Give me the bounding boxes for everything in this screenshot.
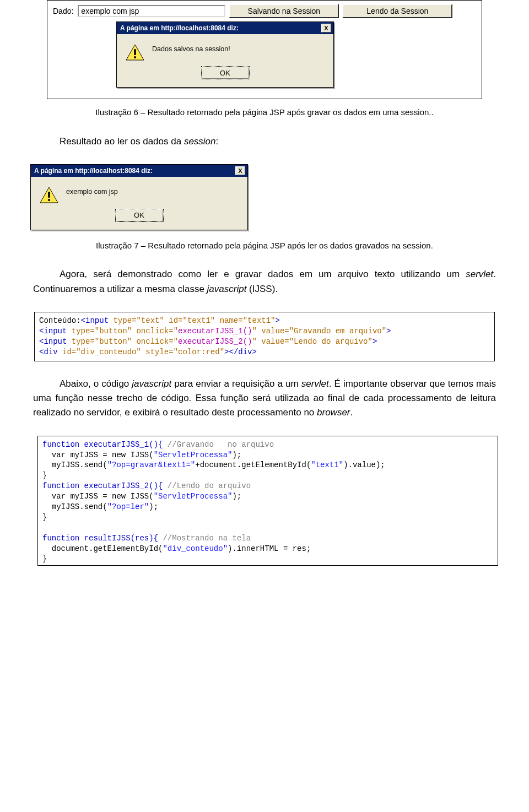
read-session-button[interactable]: Lendo da Session <box>342 4 452 18</box>
dialog-title-text: A página em http://localhost:8084 diz: <box>34 167 153 175</box>
alert-dialog-1: A página em http://localhost:8084 diz: X… <box>116 21 334 88</box>
dialog-message: Dados salvos na session! <box>152 44 230 61</box>
svg-rect-4 <box>48 192 50 198</box>
dialog-titlebar: A página em http://localhost:8084 diz: X <box>31 165 247 177</box>
ok-button[interactable]: OK <box>201 66 250 79</box>
code-block-js: function executarIJSS_1(){ //Gravando no… <box>37 436 498 566</box>
close-icon[interactable]: X <box>235 166 245 175</box>
dado-input[interactable] <box>78 5 225 17</box>
svg-point-2 <box>134 56 136 58</box>
dialog-title-text: A página em http://localhost:8084 diz: <box>120 24 239 32</box>
alert-dialog-2: A página em http://localhost:8084 diz: X… <box>30 164 248 230</box>
close-icon[interactable]: X <box>321 24 331 33</box>
figure-2-caption: Ilustração 7 – Resultado retornado pela … <box>33 240 496 251</box>
para-servlet-intro: Agora, será demonstrado como ler e grava… <box>33 267 496 296</box>
dado-label: Dado: <box>53 7 73 15</box>
warning-icon <box>40 187 58 203</box>
form-row: Dado: Salvando na Session Lendo da Sessi… <box>47 1 482 21</box>
figure-1-frame: Dado: Salvando na Session Lendo da Sessi… <box>47 0 482 99</box>
dialog-titlebar: A página em http://localhost:8084 diz: X <box>117 22 333 34</box>
save-session-button[interactable]: Salvando na Session <box>229 4 339 18</box>
dialog-message: exemplo com jsp <box>66 187 118 203</box>
svg-point-5 <box>48 199 50 201</box>
code-block-html: Conteúdo:<input type="text" id="text1" n… <box>34 312 495 361</box>
ok-button[interactable]: OK <box>115 209 164 222</box>
warning-icon <box>126 44 144 61</box>
para-after-code1: Abaixo, o código javascript para enviar … <box>33 377 496 420</box>
svg-rect-1 <box>134 49 136 55</box>
para-read-header: Resultado ao ler os dados da session: <box>33 134 496 149</box>
figure-1-caption: Ilustração 6 – Resultado retornado pela … <box>33 107 496 118</box>
